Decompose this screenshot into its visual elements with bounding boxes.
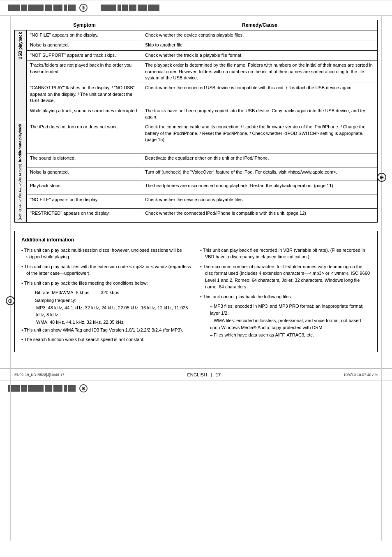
additional-info-box: Additional information This unit can pla… bbox=[14, 231, 378, 352]
table-row: Noise is generated. Skip to another file… bbox=[15, 40, 378, 50]
table-row: The sound is distorted. Deactivate the e… bbox=[15, 153, 378, 167]
info-list-item: This unit can play back multi-session di… bbox=[21, 247, 192, 260]
bottom-circle-mark: ⊕ bbox=[79, 384, 88, 392]
symptom-cell: The iPod does not turn on or does not wo… bbox=[27, 122, 142, 153]
table-header-symptom: Symptom bbox=[27, 20, 142, 30]
circle-mark-center: ⊕ bbox=[79, 4, 88, 12]
symptom-cell: "NO FILE" appears on the display. bbox=[27, 195, 142, 209]
file-info-right: 10/4/10 10:07:40 AM bbox=[344, 373, 378, 377]
mark-bar-13 bbox=[148, 5, 159, 11]
info-list-item: WMA: 48 kHz, 44.1 kHz, 32 kHz, 22.05 kHz bbox=[21, 319, 192, 326]
info-list-item: MP3 files: encoded in MP3i and MP3 PRO f… bbox=[200, 303, 371, 316]
bottom-bar-4 bbox=[45, 385, 52, 392]
symptom-cell: "NOT SUPPORT" appears and track skips. bbox=[27, 50, 142, 60]
info-list-item: The search function works but search spe… bbox=[21, 336, 192, 343]
table-section-spacer bbox=[15, 20, 27, 30]
mark-bar-11 bbox=[129, 5, 136, 11]
mark-bar-3 bbox=[28, 5, 44, 11]
page-marks-bottom: ⊕ bbox=[0, 381, 392, 396]
table-row: iPod/iPhone playback (For KD-R528/KD-A52… bbox=[15, 122, 378, 153]
remedy-cell: The tracks have not been properly copied… bbox=[142, 106, 378, 122]
table-row: "RESTRICTED" appears on the display. Che… bbox=[15, 209, 378, 223]
symptom-cell: Noise is generated. bbox=[27, 167, 142, 181]
symptom-cell: "RESTRICTED" appears on the display. bbox=[27, 209, 142, 223]
mark-bar-2 bbox=[21, 5, 27, 11]
info-list-item: Bit rate: MP3/WMA: 8 kbps —— 320 kbps bbox=[21, 289, 192, 296]
left-circle-mark: ⊕ bbox=[6, 296, 15, 305]
info-list-item: The maximum number of characters for fil… bbox=[200, 263, 371, 290]
symptom-cell: "CANNOT PLAY" flashes on the display. / … bbox=[27, 83, 142, 106]
remedy-cell: Check whether the track is a playable fi… bbox=[142, 50, 378, 60]
remedy-cell: The playback order is determined by the … bbox=[142, 60, 378, 83]
mark-bar-7 bbox=[68, 5, 76, 11]
mark-bar-5 bbox=[53, 5, 62, 11]
info-list-item: This unit can play back files with the e… bbox=[21, 263, 192, 277]
info-list-item: This unit can play back the files meetin… bbox=[21, 280, 192, 287]
info-left-list: This unit can play back multi-session di… bbox=[21, 247, 192, 343]
remedy-cell: Turn off (uncheck) the "VoiceOver" featu… bbox=[142, 167, 378, 181]
symptom-cell: Tracks/folders are not played back in th… bbox=[27, 60, 142, 83]
additional-info-title: Additional information bbox=[21, 237, 371, 243]
bottom-bar-2 bbox=[21, 385, 27, 392]
info-left-column: This unit can play back multi-session di… bbox=[21, 247, 192, 346]
page-footer: EN02-19_KD-R528[J]f.indd 17 ENGLISH | 17… bbox=[0, 369, 392, 381]
table-row: USB playback "NO FILE" appears on the di… bbox=[15, 30, 378, 40]
table-row: Playback stops. The headphones are disco… bbox=[15, 181, 378, 195]
right-circle-mark: ⊕ bbox=[377, 173, 386, 182]
page-marks-top: ⊕ bbox=[0, 0, 392, 16]
table-row: "CANNOT PLAY" flashes on the display. / … bbox=[15, 83, 378, 106]
remedy-cell: Check whether the device contains playab… bbox=[142, 195, 378, 209]
mark-bar-4 bbox=[45, 5, 52, 11]
info-list-item: This unit can play back files recorded i… bbox=[200, 247, 371, 260]
mark-bar-1 bbox=[8, 5, 20, 11]
info-list-item: This unit cannot play back the following… bbox=[200, 293, 371, 300]
table-row: "NO FILE" appears on the display. Check … bbox=[15, 195, 378, 209]
symptom-cell: Noise is generated. bbox=[27, 40, 142, 50]
info-list-item: Sampling frequency: bbox=[21, 297, 192, 304]
bottom-bar-3 bbox=[28, 385, 44, 392]
remedy-cell: Check whether the connected iPod/iPhone … bbox=[142, 209, 378, 223]
symptom-cell: "NO FILE" appears on the display. bbox=[27, 30, 142, 40]
info-list-item: This unit can show WMA Tag and ID3 Tag V… bbox=[21, 327, 192, 334]
remedy-cell: Check whether the connected USB device i… bbox=[142, 83, 378, 106]
remedy-cell: Deactivate the equalizer either on this … bbox=[142, 153, 378, 167]
mark-bar-12 bbox=[138, 5, 147, 11]
bottom-bar-5 bbox=[53, 385, 62, 392]
remedy-cell: The headphones are disconnected during p… bbox=[142, 181, 378, 195]
remedy-cell: Skip to another file. bbox=[142, 40, 378, 50]
remedy-cell: Check the connecting cable and its conne… bbox=[142, 122, 378, 153]
symptom-table: Symptom Remedy/Cause USB playback "NO FI… bbox=[14, 20, 378, 223]
symptom-cell: Playback stops. bbox=[27, 181, 142, 195]
symptom-cell: The sound is distorted. bbox=[27, 153, 142, 167]
section-label-usb: USB playback bbox=[15, 30, 27, 122]
page-language: ENGLISH | 17 bbox=[187, 372, 221, 377]
mark-bar-9 bbox=[118, 5, 121, 11]
mark-bar-6 bbox=[64, 5, 67, 11]
section-label-ipod: iPod/iPhone playback (For KD-R528/KD-A52… bbox=[15, 122, 27, 223]
left-margin-mark: ⊕ bbox=[6, 296, 15, 305]
info-right-list: This unit can play back files recorded i… bbox=[200, 247, 371, 339]
right-margin-mark: ⊕ bbox=[377, 173, 386, 182]
bottom-bar-6 bbox=[64, 385, 67, 392]
mark-bar-10 bbox=[122, 5, 128, 11]
table-row: Tracks/folders are not played back in th… bbox=[15, 60, 378, 83]
symptom-cell: While playing a track, sound is sometime… bbox=[27, 106, 142, 122]
bottom-bar-7 bbox=[68, 385, 76, 392]
table-header-remedy: Remedy/Cause bbox=[142, 20, 378, 30]
file-info-left: EN02-19_KD-R528[J]f.indd 17 bbox=[14, 373, 65, 377]
table-row: Noise is generated. Turn off (uncheck) t… bbox=[15, 167, 378, 181]
table-row: While playing a track, sound is sometime… bbox=[15, 106, 378, 122]
info-right-column: This unit can play back files recorded i… bbox=[200, 247, 371, 346]
info-list-item: Files which have data such as AIFF, ATRA… bbox=[200, 332, 371, 339]
info-columns: This unit can play back multi-session di… bbox=[21, 247, 371, 346]
mark-bar-8 bbox=[101, 5, 116, 11]
remedy-cell: Check whether the device contains playab… bbox=[142, 30, 378, 40]
info-list-item: WMA files: encoded in lossless, professi… bbox=[200, 317, 371, 331]
table-row: "NOT SUPPORT" appears and track skips. C… bbox=[15, 50, 378, 60]
info-list-item: MP3: 48 kHz, 44.1 kHz, 32 kHz, 24 kHz, 2… bbox=[21, 304, 192, 318]
